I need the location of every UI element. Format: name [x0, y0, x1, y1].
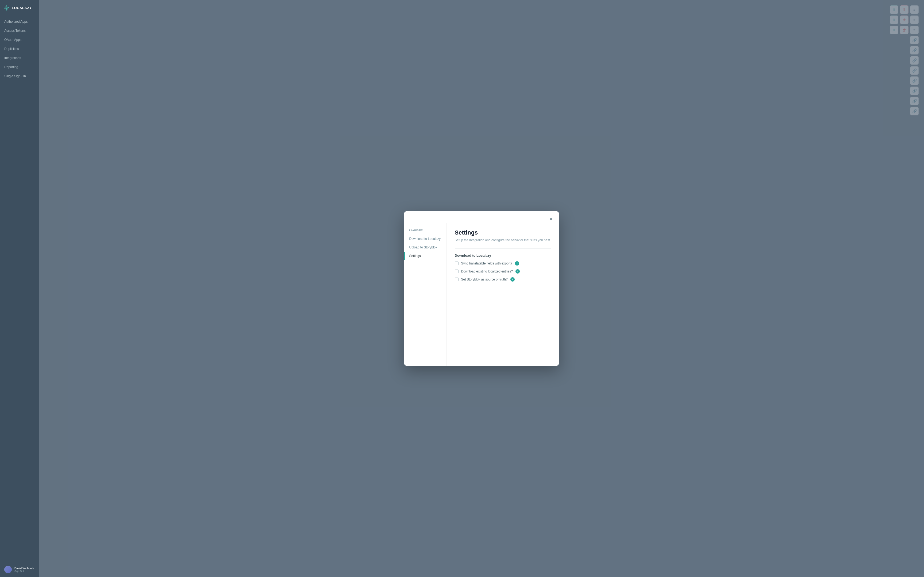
sidebar: LOCALAZY Authorized Apps Access Tokens O… — [0, 0, 39, 577]
checkbox-row-2: Download existing localized entries? ? — [455, 269, 551, 274]
main-content: ⇧ 🗑 » ⇧ 🗑 » ⇧ 🗑 » 🔗 🔗 🔗 🔗 🔗 — [39, 0, 924, 577]
modal-body: Overview Download to Localazy Upload to … — [404, 223, 559, 366]
sidebar-nav: Authorized Apps Access Tokens OAuth Apps… — [0, 16, 39, 562]
help-icon-2[interactable]: ? — [515, 269, 520, 274]
modal-nav: Overview Download to Localazy Upload to … — [404, 223, 447, 366]
section-divider — [455, 248, 551, 249]
modal-nav-upload[interactable]: Upload to Storyblok — [404, 243, 446, 251]
sidebar-item-integrations[interactable]: Integrations — [0, 53, 39, 63]
avatar — [4, 566, 12, 573]
logo-text: LOCALAZY — [12, 6, 32, 10]
modal-header: × — [404, 211, 559, 223]
checkbox-sync-fields[interactable] — [455, 261, 459, 265]
checkbox-label-download: Download existing localized entries? — [461, 269, 513, 273]
modal-nav-overview[interactable]: Overview — [404, 226, 446, 235]
modal-overlay[interactable]: × Overview Download to Localazy Upload t… — [39, 0, 924, 577]
help-icon-3[interactable]: ? — [510, 277, 515, 282]
download-section-title: Download to Localazy — [455, 253, 551, 258]
checkbox-row-3: Set Storyblok as source of truth? ? — [455, 277, 551, 282]
user-name: David Václavek — [15, 567, 34, 570]
sign-out-link[interactable]: Sign Out — [15, 570, 34, 572]
sidebar-item-authorized-apps[interactable]: Authorized Apps — [0, 17, 39, 26]
sidebar-item-duplicities[interactable]: Duplicities — [0, 44, 39, 53]
settings-modal: × Overview Download to Localazy Upload t… — [404, 211, 559, 366]
sidebar-item-reporting[interactable]: Reporting — [0, 63, 39, 72]
sidebar-item-single-sign-on[interactable]: Single Sign-On — [0, 72, 39, 81]
help-icon-1[interactable]: ? — [515, 261, 519, 266]
sidebar-footer: David Václavek Sign Out — [0, 562, 39, 577]
modal-nav-download[interactable]: Download to Localazy — [404, 235, 446, 243]
checkbox-row-1: Sync translatable fields with export? ? — [455, 261, 551, 266]
footer-info: David Václavek Sign Out — [15, 567, 34, 572]
logo-icon — [4, 5, 10, 11]
modal-main-content: Settings Setup the integration and confi… — [447, 223, 559, 366]
modal-nav-settings[interactable]: Settings — [404, 251, 446, 260]
settings-description: Setup the integration and configure the … — [455, 238, 551, 242]
checkbox-source-truth[interactable] — [455, 277, 459, 281]
checkbox-label-source: Set Storyblok as source of truth? — [461, 277, 508, 281]
checkbox-download-entries[interactable] — [455, 269, 459, 273]
settings-title: Settings — [455, 229, 551, 236]
close-button[interactable]: × — [547, 215, 555, 223]
sidebar-item-oauth-apps[interactable]: OAuth Apps — [0, 35, 39, 44]
svg-marker-0 — [5, 5, 9, 10]
sidebar-item-access-tokens[interactable]: Access Tokens — [0, 26, 39, 35]
checkbox-label-sync: Sync translatable fields with export? — [461, 261, 512, 265]
logo: LOCALAZY — [0, 0, 39, 16]
